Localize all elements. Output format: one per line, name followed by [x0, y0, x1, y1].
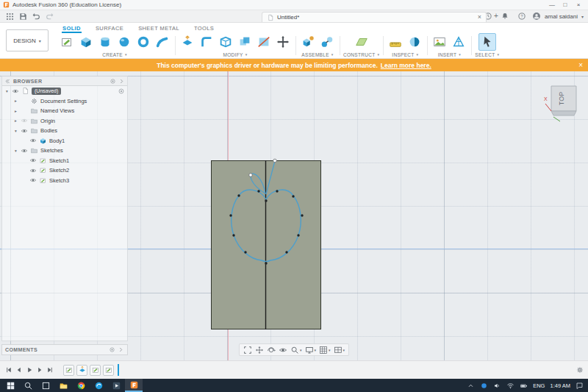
tool-new-component[interactable]	[299, 33, 317, 51]
chevron-right-icon[interactable]	[118, 78, 125, 85]
activate-radio-icon[interactable]	[118, 88, 125, 95]
user-name[interactable]: amal saidani	[545, 13, 578, 20]
tool-pipe[interactable]	[154, 33, 171, 51]
undo-icon[interactable]	[29, 11, 43, 22]
taskbar-app-blue-button[interactable]	[90, 379, 107, 392]
expander-icon[interactable]: ▾	[13, 129, 18, 133]
timeline-feature-sketch-4[interactable]	[103, 365, 114, 376]
browser-item-sketch2[interactable]: Sketch2	[2, 165, 127, 176]
timeline-feature-extrude-2[interactable]	[76, 365, 87, 376]
browser-item-document-settings[interactable]: ▸Document Settings	[2, 96, 127, 107]
chevron-up-icon[interactable]	[467, 382, 475, 390]
ribbon-tab-surface[interactable]: SURFACE	[95, 25, 124, 33]
tray-circle-icon[interactable]	[480, 382, 488, 390]
browser-item-sketches[interactable]: ▾Sketches	[2, 146, 127, 156]
close-tab-icon[interactable]: ×	[478, 14, 481, 21]
close-button[interactable]: ×	[572, 0, 585, 10]
body1-face[interactable]	[211, 160, 321, 329]
language-indicator[interactable]: ENG	[533, 382, 545, 389]
fit-view-icon[interactable]	[243, 346, 252, 354]
volume-icon[interactable]	[493, 382, 501, 390]
tool-cylinder[interactable]	[96, 33, 114, 51]
look-at-icon[interactable]	[279, 346, 287, 354]
tool-construction-plane[interactable]	[353, 33, 370, 51]
learn-more-link[interactable]: Learn more here.	[381, 62, 431, 69]
grid-settings-icon[interactable]: ▾	[319, 346, 331, 354]
tool-move-copy[interactable]	[274, 33, 292, 51]
taskbar-search-button[interactable]	[19, 379, 37, 392]
timeline-settings-gear-icon[interactable]	[576, 366, 584, 374]
browser-item-sketch1[interactable]: Sketch1	[2, 156, 127, 166]
action-center-icon[interactable]	[576, 382, 584, 390]
tool-joint[interactable]	[318, 33, 336, 51]
visibility-eye-icon[interactable]	[29, 137, 37, 144]
tool-box[interactable]	[77, 33, 95, 51]
taskbar-start-button[interactable]	[1, 379, 19, 392]
skip-to-start-button[interactable]	[4, 365, 13, 375]
maximize-button[interactable]: □	[559, 0, 572, 10]
taskbar-file-explorer-button[interactable]	[54, 379, 72, 392]
visibility-eye-icon[interactable]	[21, 147, 28, 154]
tool-combine[interactable]	[236, 33, 254, 51]
step-back-button[interactable]	[14, 365, 24, 375]
filter-target-icon[interactable]	[110, 78, 116, 85]
tool-press-pull[interactable]	[179, 33, 196, 51]
ribbon-tab-tools[interactable]: TOOLS	[193, 25, 215, 33]
document-tab[interactable]: Untitled* ×	[262, 12, 487, 22]
browser-item-bodies[interactable]: ▾Bodies	[2, 126, 127, 136]
tool-shell[interactable]	[217, 33, 234, 51]
save-icon[interactable]	[16, 11, 29, 22]
tool-measure[interactable]	[387, 33, 404, 51]
viewports-icon[interactable]: ▾	[334, 346, 345, 354]
taskbar-chrome-button[interactable]	[72, 379, 90, 392]
chevron-right-icon[interactable]	[118, 346, 124, 353]
tool-fillet[interactable]	[198, 33, 215, 51]
collapse-panel-icon[interactable]	[4, 78, 11, 85]
expander-icon[interactable]: ▾	[13, 149, 18, 153]
expander-icon[interactable]: ▸	[13, 109, 18, 113]
tool-sphere[interactable]	[115, 33, 133, 51]
pan-icon[interactable]	[255, 346, 264, 354]
ribbon-tab-sheet-metal[interactable]: SHEET METAL	[137, 25, 180, 33]
visibility-eye-icon[interactable]	[21, 127, 28, 135]
zoom-icon[interactable]: ▾	[290, 346, 302, 354]
expander-icon[interactable]: ▸	[13, 99, 18, 103]
group-dropdown-create[interactable]: CREATE▾	[102, 51, 127, 58]
apps-grid-icon[interactable]	[3, 11, 16, 22]
visibility-eye-icon[interactable]	[12, 88, 19, 95]
display-settings-icon[interactable]: ▾	[304, 346, 316, 354]
tool-split-body[interactable]	[255, 33, 273, 51]
avatar[interactable]	[532, 12, 541, 21]
visibility-eye-icon[interactable]	[29, 177, 37, 184]
timeline-feature-sketch-1[interactable]	[63, 365, 74, 376]
network-icon[interactable]	[506, 382, 514, 390]
banner-close-icon[interactable]: ×	[578, 61, 583, 69]
expander-icon[interactable]: ▸	[13, 118, 18, 123]
ribbon-tab-solid[interactable]: SOLID	[62, 25, 82, 33]
group-dropdown-insert[interactable]: INSERT▾	[438, 51, 461, 58]
group-dropdown-inspect[interactable]: INSPECT▾	[392, 51, 418, 58]
view-cube[interactable]: TOP X	[542, 80, 581, 126]
browser-item-named-views[interactable]: ▸Named Views	[2, 106, 127, 116]
comments-target-icon[interactable]	[109, 346, 115, 353]
battery-icon[interactable]	[520, 382, 528, 390]
browser-item-origin[interactable]: ▸Origin	[2, 116, 127, 126]
taskbar-app-media-button[interactable]	[107, 379, 125, 392]
timeline-feature-sketch-3[interactable]	[90, 365, 101, 376]
taskbar-task-view-button[interactable]	[37, 379, 54, 392]
expander-icon[interactable]: ▾	[4, 89, 10, 93]
minimize-button[interactable]: —	[545, 0, 559, 10]
browser-item-body1[interactable]: Body1	[2, 136, 127, 146]
group-dropdown-modify[interactable]: MODIFY▾	[223, 51, 248, 58]
step-forward-button[interactable]	[35, 365, 44, 375]
visibility-eye-icon[interactable]	[29, 167, 37, 174]
play-button[interactable]	[24, 365, 34, 375]
browser-item-sketch3[interactable]: Sketch3	[2, 176, 127, 186]
taskbar-fusion-360-button[interactable]	[125, 379, 143, 392]
tool-insert-decal[interactable]	[431, 33, 448, 51]
tool-select[interactable]	[478, 33, 496, 51]
tool-insert-mesh[interactable]	[450, 33, 467, 51]
comments-panel[interactable]: COMMENTS	[1, 344, 128, 355]
clock[interactable]: 1:49 AM	[550, 382, 570, 389]
visibility-eye-icon[interactable]	[29, 157, 37, 164]
